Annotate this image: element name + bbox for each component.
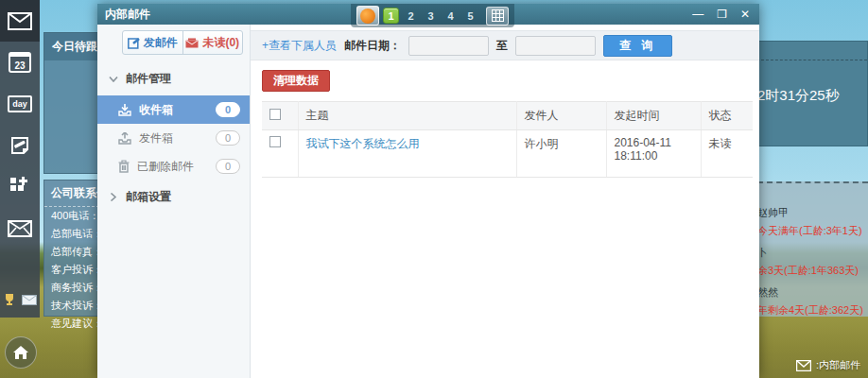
header-status: 状态 xyxy=(701,102,753,130)
maximize-button[interactable]: ❒ xyxy=(717,9,727,20)
compose-pencil-icon xyxy=(128,37,140,49)
mail-date: 2016-04-11 xyxy=(615,136,693,149)
mail-status: 未读 xyxy=(701,130,753,178)
unread-label: 未读(0) xyxy=(202,35,239,51)
grid-view-button[interactable] xyxy=(486,7,509,26)
clean-data-button[interactable]: 清理数据 xyxy=(262,70,330,92)
anniversary-note: 年剩余4天(工龄:362天) xyxy=(757,303,868,318)
nav-item-inbox[interactable]: 收件箱 0 xyxy=(97,95,250,124)
workspace-tabstrip: 1 2 3 4 5 xyxy=(351,4,514,27)
nav-item-label: 发件箱 xyxy=(139,130,173,146)
outbox-count-badge: 0 xyxy=(216,130,240,146)
mail-filter-bar: +查看下属人员 邮件日期： 至 查 询 xyxy=(251,30,759,60)
select-all-checkbox[interactable] xyxy=(269,109,281,120)
header-subject: 主题 xyxy=(298,102,516,130)
window-title: 内部邮件 xyxy=(105,7,150,23)
trophy-icon[interactable] xyxy=(4,293,15,306)
mail-sender: 许小明 xyxy=(516,130,606,178)
tab-3[interactable]: 3 xyxy=(423,8,439,24)
nav-group-label: 邮箱设置 xyxy=(126,189,171,205)
row-checkbox[interactable] xyxy=(269,136,281,147)
calendar-23-icon: 23 xyxy=(9,52,31,73)
mail-subject-link[interactable]: 我试下这个系统怎么用 xyxy=(306,137,420,150)
day-window-icon: day xyxy=(8,95,32,112)
taskbar-envelope-icon xyxy=(796,360,811,371)
mail-table: 主题 发件人 发起时间 状态 我试下这个系统怎么用 许小明 2016-0 xyxy=(262,101,753,178)
anniversary-note: 今天满年(工龄:3年1天) xyxy=(757,224,868,238)
anniversary-name: 赵帅甲 xyxy=(757,206,868,220)
dock-envelope-icon[interactable] xyxy=(0,208,40,249)
dock-day-icon[interactable]: day xyxy=(0,83,40,125)
grid-icon xyxy=(492,9,504,22)
home-button[interactable] xyxy=(5,336,37,369)
tab-5[interactable]: 5 xyxy=(462,8,478,24)
nav-group-mail-management[interactable]: 邮件管理 xyxy=(97,62,250,95)
table-header-row: 主题 发件人 发起时间 状态 xyxy=(262,102,753,130)
inbox-count-badge: 0 xyxy=(216,102,240,117)
mail-icon xyxy=(8,12,32,30)
envelope-icon xyxy=(8,220,32,237)
tray-envelope-icon[interactable] xyxy=(22,295,37,305)
orange-orb-icon xyxy=(360,9,375,24)
search-button[interactable]: 查 询 xyxy=(603,35,672,57)
mail-date-label: 邮件日期： xyxy=(344,38,401,54)
window-titlebar[interactable]: 内部邮件 1 2 3 4 5 — ❒ ✕ xyxy=(97,4,759,25)
nav-group-label: 邮件管理 xyxy=(126,71,171,87)
tab-1[interactable]: 1 xyxy=(383,8,399,24)
unread-mail-button[interactable]: 未读(0) xyxy=(182,31,243,54)
dock-mail-icon[interactable] xyxy=(0,0,40,42)
header-sent-time: 发起时间 xyxy=(606,102,701,130)
nav-group-mailbox-settings[interactable]: 邮箱设置 xyxy=(97,180,250,214)
header-sender: 发件人 xyxy=(516,102,606,130)
dock-calendar-icon[interactable]: 23 xyxy=(0,42,40,83)
chevron-right-icon xyxy=(109,193,118,201)
chevron-down-icon xyxy=(109,77,118,82)
date-from-input[interactable] xyxy=(408,36,489,56)
note-pencil-icon xyxy=(9,134,31,157)
minimize-button[interactable]: — xyxy=(692,9,703,20)
home-icon xyxy=(12,345,29,360)
outbox-icon xyxy=(118,132,131,145)
anniversary-name: 然然 xyxy=(757,285,868,300)
desktop-tray xyxy=(0,293,40,306)
deleted-count-badge: 0 xyxy=(216,159,240,174)
desktop-dock: 23 day xyxy=(0,0,40,318)
dock-note-icon[interactable] xyxy=(0,125,40,166)
inbox-icon xyxy=(118,104,131,116)
applet-launcher-button[interactable] xyxy=(356,6,379,26)
tab-2[interactable]: 2 xyxy=(403,8,419,24)
taskbar-mail-label: :内部邮件 xyxy=(816,358,860,372)
date-to-input[interactable] xyxy=(515,36,596,56)
table-row: 我试下这个系统怎么用 许小明 2016-04-11 18:11:00 未读 xyxy=(262,130,753,178)
nav-item-deleted[interactable]: 已删除邮件 0 xyxy=(97,152,250,180)
mail-main-area: +查看下属人员 邮件日期： 至 查 询 清理数据 主题 发件人 发起时间 xyxy=(251,25,759,378)
compose-mail-button[interactable]: 发邮件 xyxy=(123,31,182,54)
view-subordinates-link[interactable]: +查看下属人员 xyxy=(262,38,337,54)
nav-item-label: 已删除邮件 xyxy=(137,159,194,175)
close-button[interactable]: ✕ xyxy=(740,9,750,20)
taskbar-mail-shortcut[interactable]: :内部邮件 xyxy=(796,358,860,372)
date-to-label: 至 xyxy=(496,38,508,54)
tab-4[interactable]: 4 xyxy=(443,8,459,24)
unread-mail-icon xyxy=(185,38,199,48)
nav-item-label: 收件箱 xyxy=(139,102,173,118)
dock-apps-icon[interactable] xyxy=(0,166,40,208)
mail-action-toolbar: 发邮件 未读(0) xyxy=(122,30,243,55)
mail-time: 18:11:00 xyxy=(615,149,693,163)
nav-item-outbox[interactable]: 发件箱 0 xyxy=(97,124,250,152)
internal-mail-window: 内部邮件 1 2 3 4 5 — ❒ ✕ xyxy=(97,4,759,378)
anniversary-name: 卜 xyxy=(757,246,868,260)
compose-label: 发邮件 xyxy=(144,35,178,51)
blocks-plus-icon xyxy=(9,177,30,198)
anniversary-note: 余3天(工龄:1年363天) xyxy=(757,264,868,278)
mail-sent-time: 2016-04-11 18:11:00 xyxy=(606,130,701,178)
window-controls: — ❒ ✕ xyxy=(692,4,750,25)
countdown-time: 2时31分25秒 xyxy=(757,87,867,105)
trash-icon xyxy=(118,160,130,173)
mail-nav-panel: 发邮件 未读(0) 邮件管理 xyxy=(97,25,251,378)
